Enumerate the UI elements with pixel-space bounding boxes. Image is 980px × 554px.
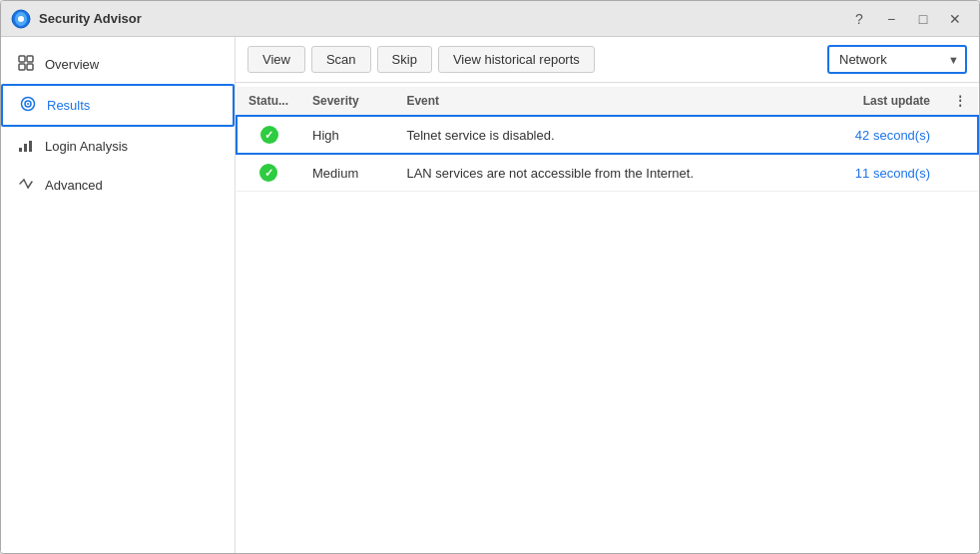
row-1-actions <box>942 116 978 154</box>
svg-line-14 <box>28 182 32 188</box>
main-layout: Overview Results <box>1 37 979 553</box>
window-controls: ? − □ ✕ <box>845 7 969 31</box>
row-1-event: Telnet service is disabled. <box>394 116 809 154</box>
svg-rect-3 <box>27 56 33 62</box>
network-filter-wrapper: Network System Password ▼ <box>827 45 967 74</box>
col-header-status: Statu... <box>237 87 300 116</box>
sidebar-advanced-label: Advanced <box>45 178 103 193</box>
svg-rect-2 <box>19 56 25 62</box>
network-select[interactable]: Network System Password <box>827 45 967 74</box>
minimize-button[interactable]: − <box>877 7 905 31</box>
status-ok-icon: ✓ <box>259 164 277 182</box>
svg-line-13 <box>24 180 28 188</box>
row-2-last-update: 11 second(s) <box>810 154 942 192</box>
sidebar: Overview Results <box>1 37 236 553</box>
sidebar-item-overview[interactable]: Overview <box>1 45 235 84</box>
results-table: Statu... Severity Event Last update ⋮ ✓ <box>236 87 979 192</box>
table-row[interactable]: ✓ Medium LAN services are not accessible… <box>237 154 978 192</box>
svg-rect-5 <box>27 64 33 70</box>
overview-icon <box>17 55 35 74</box>
col-header-last-update: Last update <box>810 87 942 116</box>
table-row[interactable]: ✓ High Telnet service is disabled. 42 se… <box>237 116 978 154</box>
svg-line-12 <box>20 180 24 184</box>
status-ok-icon: ✓ <box>260 126 278 144</box>
svg-rect-10 <box>24 144 27 152</box>
results-icon <box>19 96 37 115</box>
scan-button[interactable]: Scan <box>311 46 371 73</box>
row-1-status: ✓ <box>237 116 300 154</box>
svg-rect-4 <box>19 64 25 70</box>
row-2-actions <box>942 154 978 192</box>
row-2-status: ✓ <box>237 154 300 192</box>
sidebar-item-login-analysis[interactable]: Login Analysis <box>1 127 235 166</box>
sidebar-item-advanced[interactable]: Advanced <box>1 166 235 205</box>
historical-reports-button[interactable]: View historical reports <box>438 46 595 73</box>
col-header-severity: Severity <box>300 87 394 116</box>
row-1-last-update: 42 second(s) <box>810 116 942 154</box>
app-title: Security Advisor <box>39 11 845 26</box>
titlebar: Security Advisor ? − □ ✕ <box>1 1 979 37</box>
col-header-actions: ⋮ <box>942 87 978 116</box>
view-button[interactable]: View <box>247 46 305 73</box>
advanced-icon <box>17 176 35 195</box>
table-header-row: Statu... Severity Event Last update ⋮ <box>237 87 978 116</box>
maximize-button[interactable]: □ <box>909 7 937 31</box>
skip-button[interactable]: Skip <box>377 46 432 73</box>
svg-rect-9 <box>19 148 22 152</box>
toolbar: View Scan Skip View historical reports N… <box>236 37 979 83</box>
row-2-event: LAN services are not accessible from the… <box>394 154 809 192</box>
app-window: Security Advisor ? − □ ✕ Overview <box>0 0 980 554</box>
sidebar-results-label: Results <box>47 98 90 113</box>
app-icon <box>11 9 31 29</box>
help-button[interactable]: ? <box>845 7 873 31</box>
close-button[interactable]: ✕ <box>941 7 969 31</box>
login-analysis-icon <box>17 137 35 156</box>
content-area: View Scan Skip View historical reports N… <box>236 37 979 553</box>
results-table-container: Statu... Severity Event Last update ⋮ ✓ <box>236 83 979 553</box>
svg-rect-11 <box>29 141 32 152</box>
svg-point-1 <box>18 16 24 22</box>
sidebar-item-results[interactable]: Results <box>1 84 235 127</box>
col-header-event: Event <box>394 87 809 116</box>
svg-point-8 <box>27 103 29 105</box>
sidebar-overview-label: Overview <box>45 57 99 72</box>
row-2-severity: Medium <box>300 154 394 192</box>
row-1-severity: High <box>300 116 394 154</box>
sidebar-login-label: Login Analysis <box>45 139 128 154</box>
